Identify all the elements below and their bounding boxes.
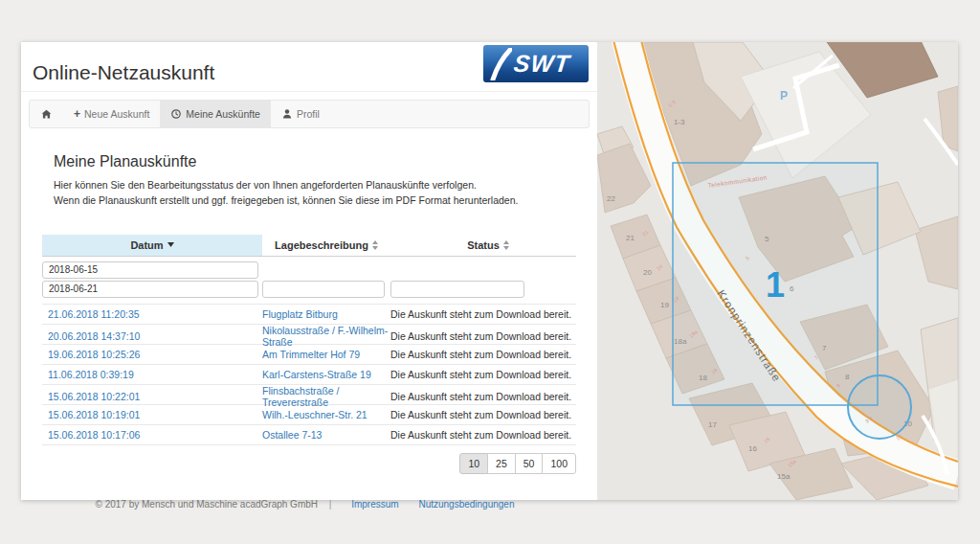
table-row: 11.06.2018 0:39:19Karl-Carstens-Straße 1… [42, 364, 576, 384]
map-building-number: 1-3 [674, 118, 685, 126]
app-header: Online-Netzauskunft SWT [21, 42, 597, 92]
intro-line-2: Wenn die Planauskunft erstellt und ggf. … [54, 194, 518, 206]
nav-neue-auskunft[interactable]: + Neue Auskunft [63, 101, 160, 127]
row-status-text: Die Auskunft steht zum Download bereit. [390, 369, 586, 380]
column-header-datum[interactable]: Datum [42, 235, 262, 256]
row-datum-link[interactable]: 15.06.2018 10:17:06 [42, 429, 262, 441]
status-filter-input[interactable] [390, 281, 524, 298]
browser-viewport: Online-Netzauskunft SWT + Neue Auskunft [21, 42, 958, 500]
table-row: 15.06.2018 10:22:01Flinsbachstraße / Tre… [42, 384, 576, 404]
row-datum-link[interactable]: 11.06.2018 0:39:19 [42, 369, 262, 380]
map-building-number: 20 [643, 268, 652, 277]
pagination: 102550100 [42, 453, 576, 474]
person-icon [281, 108, 293, 120]
nav-profil-label: Profil [297, 108, 320, 120]
intro-line-1: Hier können Sie den Bearbeitungsstatus d… [54, 179, 477, 191]
date-to-input[interactable] [42, 281, 258, 298]
row-status-text: Die Auskunft steht zum Download bereit. [390, 349, 586, 360]
page-size-25[interactable]: 25 [487, 453, 516, 474]
column-header-lage[interactable]: Lagebeschreibung [262, 235, 390, 256]
row-lage-link[interactable]: Wilh.-Leuschner-Str. 21 [262, 409, 390, 420]
row-lage-link[interactable]: Ostallee 7-13 [262, 429, 390, 441]
lage-filter-input[interactable] [262, 281, 385, 298]
row-status-text: Die Auskunft steht zum Download bereit. [390, 330, 586, 342]
parking-label: P [780, 89, 788, 102]
row-status-text: Die Auskunft steht zum Download bereit. [390, 308, 586, 320]
map-building-number: 17 [708, 420, 717, 429]
column-header-status[interactable]: Status [390, 235, 586, 256]
nutzungsbedingungen-link[interactable]: Nutzungsbedingungen [418, 499, 514, 510]
map-svg: 1-32221201918a18171615a567810 21201918a1… [597, 42, 958, 500]
map-selection-number: 1 [766, 265, 785, 305]
row-datum-link[interactable]: 19.06.2018 10:25:26 [42, 349, 262, 360]
table-header: Datum Lagebeschreibung Status [42, 235, 576, 257]
row-status-text: Die Auskunft steht zum Download bereit. [390, 409, 586, 420]
table-row: 21.06.2018 11:20:35Flugplatz BitburgDie … [42, 304, 576, 324]
row-lage-link[interactable]: Flinsbachstraße / Trevererstraße [262, 385, 390, 408]
date-from-input[interactable] [42, 261, 258, 279]
clock-icon [170, 108, 182, 120]
nav-meine-auskuenfte[interactable]: Meine Auskünfte [160, 101, 271, 127]
sort-both-icon [372, 240, 378, 250]
planauskuenfte-table: Datum Lagebeschreibung Status [42, 235, 576, 445]
intro-text: Hier können Sie den Bearbeitungsstatus d… [54, 177, 576, 209]
swt-logo: SWT [483, 45, 589, 82]
footer: © 2017 by Mensch und Maschine acadGraph … [42, 499, 576, 510]
plus-icon: + [74, 107, 80, 121]
map-selection-circle[interactable] [848, 375, 911, 439]
map-building-number: 15a [777, 472, 791, 481]
page-size-100[interactable]: 100 [542, 453, 576, 474]
nav-neue-auskunft-label: Neue Auskunft [84, 108, 149, 120]
map-panel[interactable]: 1-32221201918a18171615a567810 21201918a1… [597, 42, 958, 500]
map-building-number: 21 [626, 234, 635, 242]
table-row: 15.06.2018 10:17:06Ostallee 7-13Die Ausk… [42, 424, 576, 444]
map-building-number: 19 [660, 301, 669, 309]
row-status-text: Die Auskunft steht zum Download bereit. [390, 429, 586, 441]
copyright-text: © 2017 by Mensch und Maschine acadGraph … [96, 499, 319, 510]
map-building-number: 16 [748, 444, 757, 453]
row-lage-link[interactable]: Am Trimmelter Hof 79 [262, 349, 390, 360]
main-nav: + Neue Auskunft Meine Auskünfte Profil [29, 100, 590, 128]
row-status-text: Die Auskunft steht zum Download bereit. [390, 391, 586, 402]
row-lage-link[interactable]: Nikolausstraße / F.-Wilhelm-Straße [262, 325, 390, 348]
section-heading: Meine Planauskünfte [54, 153, 576, 170]
app-panel: Online-Netzauskunft SWT + Neue Auskunft [21, 42, 597, 500]
row-datum-link[interactable]: 15.06.2018 10:19:01 [42, 409, 262, 420]
logo-swoosh-icon [489, 48, 512, 80]
nav-home[interactable] [30, 101, 63, 127]
content: Meine Planauskünfte Hier können Sie den … [21, 153, 597, 510]
row-lage-link[interactable]: Flugplatz Bitburg [262, 308, 390, 320]
row-datum-link[interactable]: 20.06.2018 14:37:10 [42, 330, 262, 342]
filter-row [42, 257, 576, 304]
table-row: 20.06.2018 14:37:10Nikolausstraße / F.-W… [42, 324, 576, 344]
status-filter-group [390, 279, 586, 300]
row-lage-link[interactable]: Karl-Carstens-Straße 19 [262, 369, 390, 380]
footer-separator: | [329, 499, 332, 510]
page-title: Online-Netzauskunft [33, 61, 214, 84]
impressum-link[interactable]: Impressum [351, 499, 398, 510]
sort-both-icon [503, 240, 509, 250]
row-datum-link[interactable]: 21.06.2018 11:20:35 [42, 308, 262, 320]
page-size-10[interactable]: 10 [459, 453, 488, 474]
row-datum-link[interactable]: 15.06.2018 10:22:01 [42, 391, 262, 402]
page-size-50[interactable]: 50 [515, 453, 544, 474]
page: Online-Netzauskunft SWT + Neue Auskunft [0, 0, 980, 544]
map-building-number: 22 [607, 194, 615, 203]
home-icon [40, 108, 53, 121]
date-filter-group [42, 260, 262, 300]
logo-text: SWT [512, 50, 571, 78]
lage-filter-group [262, 279, 390, 300]
nav-profil[interactable]: Profil [271, 101, 330, 127]
sort-desc-icon [167, 242, 174, 247]
nav-meine-auskuenfte-label: Meine Auskünfte [186, 108, 260, 120]
table-body: 21.06.2018 11:20:35Flugplatz BitburgDie … [42, 304, 576, 445]
